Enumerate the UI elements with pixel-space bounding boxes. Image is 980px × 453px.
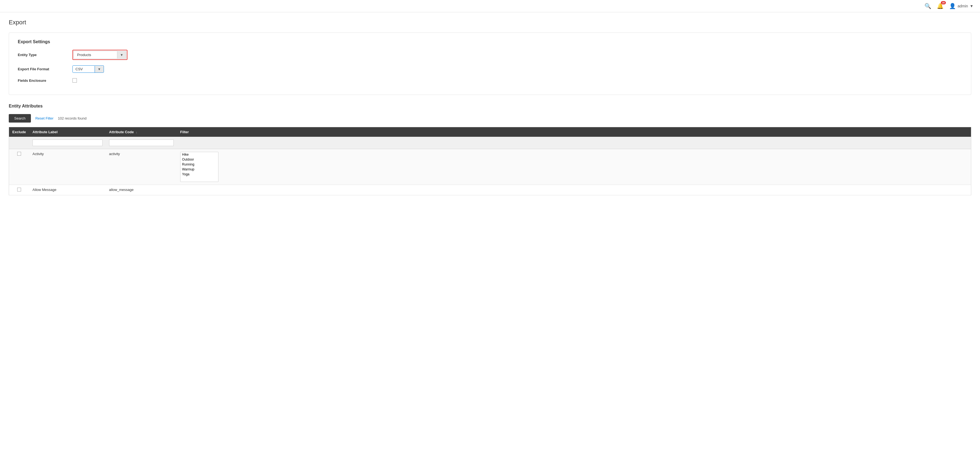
entity-type-label: Entity Type [18, 53, 72, 57]
activity-code-cell: activity [106, 149, 177, 185]
col-header-attribute-code[interactable]: Attribute Code ↓ [106, 127, 177, 137]
fields-enclosure-label: Fields Enclosure [18, 78, 72, 83]
filter-filter-cell [177, 137, 971, 149]
allow-message-code-cell: allow_message [106, 185, 177, 195]
export-file-format-select[interactable]: CSV XML JSON [73, 65, 95, 72]
entity-attributes-section: Entity Attributes Search Reset Filter 10… [9, 104, 971, 195]
col-header-exclude-label: Exclude [12, 130, 26, 134]
activity-filter-listbox[interactable]: Hike Outdoor Running Warmup Yoga [180, 152, 218, 182]
fields-enclosure-row: Fields Enclosure [18, 78, 962, 83]
main-content: Export Export Settings Entity Type Produ… [0, 12, 980, 202]
filter-option-outdoor: Outdoor [180, 157, 218, 162]
activity-code: activity [109, 152, 120, 156]
filter-attribute-label-cell [29, 137, 106, 149]
filter-exclude-cell [9, 137, 29, 149]
filter-attribute-code-cell [106, 137, 177, 149]
export-settings-title: Export Settings [18, 39, 962, 44]
records-count: 102 records found [58, 116, 87, 120]
export-settings-section: Export Settings Entity Type Products Cat… [9, 33, 971, 95]
allow-message-exclude-checkbox[interactable] [17, 188, 21, 191]
activity-exclude-checkbox[interactable] [17, 152, 21, 156]
fields-enclosure-control [72, 78, 77, 83]
entity-type-select-container: Products Categories Customers ▼ [73, 51, 126, 59]
allow-message-label-cell: Allow Message [29, 185, 106, 195]
user-menu[interactable]: 👤 admin ▼ [949, 3, 974, 9]
activity-filter-cell: Hike Outdoor Running Warmup Yoga [177, 149, 971, 185]
allow-message-code: allow_message [109, 188, 134, 192]
table-header-row: Exclude Attribute Label Attribute Code ↓… [9, 127, 971, 137]
sort-desc-icon: ↓ [136, 131, 138, 134]
col-header-attribute-code-text: Attribute Code [109, 130, 134, 134]
activity-label-cell: Activity [29, 149, 106, 185]
table-row: Allow Message allow_message [9, 185, 971, 195]
export-file-format-row: Export File Format CSV XML JSON ▼ [18, 65, 962, 73]
table-row: Activity activity Hike Outdoor Running W… [9, 149, 971, 185]
entity-type-wrapper: Products Categories Customers ▼ [72, 50, 127, 60]
entity-type-dropdown-btn[interactable]: ▼ [117, 51, 126, 59]
page-title: Export [9, 19, 971, 26]
filter-attribute-code-input[interactable] [109, 139, 173, 146]
user-icon: 👤 [949, 3, 956, 9]
filter-option-warmup: Warmup [180, 167, 218, 172]
allow-message-exclude-cell [9, 185, 29, 195]
export-file-format-label: Export File Format [18, 67, 72, 71]
export-file-format-dropdown-btn[interactable]: ▼ [95, 66, 103, 72]
search-icon[interactable]: 🔍 [924, 3, 931, 9]
reset-filter-link[interactable]: Reset Filter [35, 116, 53, 120]
entity-attributes-title: Entity Attributes [9, 104, 971, 108]
col-header-attribute-label: Attribute Label [29, 127, 106, 137]
table-header: Exclude Attribute Label Attribute Code ↓… [9, 127, 971, 137]
notification-badge: 39 [941, 1, 946, 4]
username-label: admin [958, 4, 968, 8]
col-header-filter-text: Filter [180, 130, 189, 134]
entity-type-control: Products Categories Customers ▼ [72, 50, 127, 60]
top-header: 🔍 🔔 39 👤 admin ▼ [0, 0, 980, 12]
allow-message-label: Allow Message [33, 188, 56, 192]
allow-message-filter-cell [177, 185, 971, 195]
col-header-attribute-label-text: Attribute Label [33, 130, 58, 134]
notification-icon[interactable]: 🔔 39 [937, 3, 943, 9]
export-file-format-control: CSV XML JSON ▼ [72, 65, 104, 73]
filter-option-hike: Hike [180, 152, 218, 157]
entity-type-row: Entity Type Products Categories Customer… [18, 50, 962, 60]
filter-option-running: Running [180, 162, 218, 167]
page-wrapper: 🔍 🔔 39 👤 admin ▼ Export Export Settings … [0, 0, 980, 453]
col-header-filter: Filter [177, 127, 971, 137]
filter-input-row [9, 137, 971, 149]
search-button[interactable]: Search [9, 114, 31, 123]
csv-wrapper: CSV XML JSON ▼ [72, 65, 104, 73]
filter-attribute-label-input[interactable] [33, 139, 103, 146]
activity-label: Activity [33, 152, 44, 156]
search-bar: Search Reset Filter 102 records found [9, 114, 971, 123]
entity-type-select[interactable]: Products Categories Customers [73, 51, 117, 59]
chevron-down-icon: ▼ [970, 4, 974, 8]
table-body: Activity activity Hike Outdoor Running W… [9, 137, 971, 195]
col-header-exclude: Exclude [9, 127, 29, 137]
filter-option-yoga: Yoga [180, 172, 218, 177]
fields-enclosure-checkbox[interactable] [72, 78, 77, 83]
attributes-table: Exclude Attribute Label Attribute Code ↓… [9, 127, 971, 195]
activity-exclude-cell [9, 149, 29, 185]
